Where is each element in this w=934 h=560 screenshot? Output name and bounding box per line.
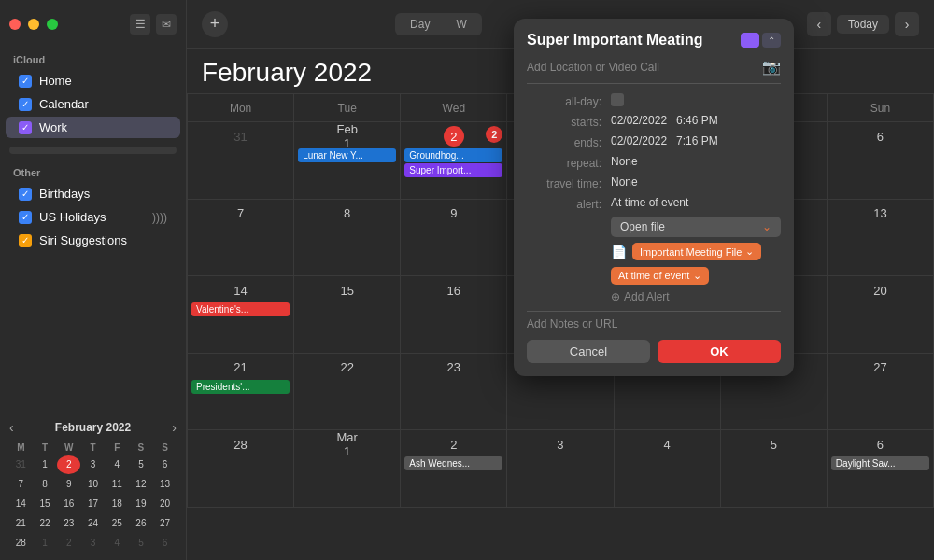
mini-cal-day[interactable]: 13 (153, 475, 177, 494)
event-pill[interactable]: Ash Wednes... (404, 456, 502, 470)
sidebar-item-siri-suggestions[interactable]: ✓ Siri Suggestions (6, 230, 180, 251)
mini-cal-day[interactable]: 1 (34, 534, 57, 553)
mini-cal-day[interactable]: 19 (130, 495, 153, 513)
mini-cal-day[interactable]: 23 (57, 514, 80, 533)
add-alert-link[interactable]: ⊕ Add Alert (611, 290, 781, 303)
mini-cal-day[interactable]: 22 (34, 514, 57, 533)
table-row[interactable]: 21 Presidents'... (188, 354, 294, 431)
mini-cal-day[interactable]: 2 (57, 534, 80, 553)
open-file-dropdown[interactable]: Open file ⌄ (611, 217, 781, 237)
table-row[interactable]: 5 (721, 430, 828, 508)
mini-cal-day[interactable]: 15 (34, 495, 57, 513)
mini-cal-day[interactable]: 28 (9, 534, 33, 553)
table-row[interactable]: 7 (188, 200, 294, 277)
mini-cal-day[interactable]: 20 (153, 495, 177, 513)
sidebar-item-work[interactable]: ✓ Work (6, 117, 180, 138)
table-row[interactable]: 27 (828, 354, 934, 431)
mini-cal-day[interactable]: 8 (34, 475, 57, 494)
calendar-checkbox[interactable]: ✓ (19, 98, 32, 111)
sidebar-item-home[interactable]: ✓ Home (6, 70, 180, 91)
birthdays-checkbox[interactable]: ✓ (19, 188, 32, 201)
sidebar-toggle-icon[interactable]: ☰ (130, 14, 150, 35)
add-event-button[interactable]: + (202, 11, 228, 37)
table-row[interactable]: Feb 1 Lunar New Y... (294, 122, 401, 200)
table-row[interactable]: 14 Valentine's... (188, 276, 294, 354)
mini-cal-day[interactable]: 4 (106, 534, 129, 553)
us-holidays-checkbox[interactable]: ✓ (19, 211, 32, 224)
table-row[interactable]: 13 (828, 200, 934, 277)
file-name-dropdown[interactable]: Important Meeting File ⌄ (632, 243, 761, 260)
table-row[interactable]: 16 (401, 276, 507, 354)
table-row[interactable]: 2 Ash Wednes... (401, 430, 507, 508)
sidebar-item-calendar[interactable]: ✓ Calendar (6, 93, 180, 115)
mini-cal-day[interactable]: 9 (57, 475, 80, 494)
nav-next-button[interactable]: › (895, 12, 919, 36)
table-row[interactable]: 15 (294, 276, 401, 354)
table-row[interactable]: 6 (828, 122, 934, 200)
mini-cal-day[interactable]: 18 (106, 495, 129, 513)
mini-cal-day[interactable]: 31 (9, 455, 33, 474)
video-call-icon[interactable]: 📷 (762, 58, 781, 76)
nav-prev-button[interactable]: ‹ (807, 12, 831, 36)
mini-cal-day[interactable]: 3 (81, 455, 105, 474)
mini-cal-day[interactable]: 4 (106, 455, 129, 474)
repeat-value[interactable]: None (611, 155, 781, 168)
home-checkbox[interactable]: ✓ (19, 75, 32, 88)
table-row[interactable]: 22 (294, 354, 401, 431)
mini-cal-day[interactable]: 14 (9, 495, 33, 513)
mini-cal-day[interactable]: 10 (81, 475, 105, 494)
mini-cal-next-button[interactable]: › (172, 420, 177, 435)
event-pill-super-important[interactable]: Super Import... (404, 163, 502, 177)
mini-cal-day[interactable]: 6 (153, 455, 177, 474)
tab-week[interactable]: W (443, 15, 479, 34)
ok-button[interactable]: OK (658, 340, 781, 363)
location-placeholder[interactable]: Add Location or Video Call (527, 61, 659, 74)
table-row[interactable]: 28 (188, 430, 294, 508)
tab-day[interactable]: Day (397, 15, 443, 34)
cancel-button[interactable]: Cancel (527, 340, 650, 363)
mini-cal-day[interactable]: 3 (81, 534, 105, 553)
popup-color-button[interactable] (741, 33, 759, 48)
table-row[interactable]: 3 (507, 430, 614, 508)
table-row[interactable]: Mar 1 (294, 430, 401, 508)
mini-cal-day[interactable]: 27 (153, 514, 177, 533)
maximize-button[interactable] (47, 19, 58, 30)
table-row[interactable]: 4 (615, 430, 721, 508)
mini-cal-day[interactable]: 11 (106, 475, 129, 494)
mini-cal-day[interactable]: 6 (153, 534, 177, 553)
event-pill[interactable]: Daylight Sav... (831, 456, 929, 470)
table-row[interactable]: 8 (294, 200, 401, 277)
travel-value[interactable]: None (611, 175, 781, 189)
mini-cal-day[interactable]: 26 (130, 514, 153, 533)
ends-time[interactable]: 7:16 PM (676, 134, 718, 147)
close-button[interactable] (9, 19, 21, 30)
at-time-dropdown[interactable]: At time of event ⌄ (611, 267, 709, 285)
mini-cal-day[interactable]: 5 (130, 534, 153, 553)
allday-checkbox[interactable] (611, 93, 624, 106)
mini-cal-day[interactable]: 1 (34, 455, 57, 474)
mini-cal-day[interactable]: 17 (81, 495, 105, 513)
table-row[interactable]: 6 Daylight Sav... (828, 430, 934, 508)
popup-notes[interactable]: Add Notes or URL (527, 311, 781, 330)
mini-cal-day[interactable]: 5 (130, 455, 153, 474)
starts-time[interactable]: 6:46 PM (676, 114, 718, 127)
sidebar-item-us-holidays[interactable]: ✓ US Holidays )))) (6, 206, 180, 228)
mini-cal-today[interactable]: 2 (57, 455, 80, 474)
sidebar-item-birthdays[interactable]: ✓ Birthdays (6, 183, 180, 204)
table-row[interactable]: 2 Groundhog... Super Import... 2 (401, 122, 507, 200)
table-row[interactable]: 9 (401, 200, 507, 277)
today-button[interactable]: Today (837, 15, 889, 34)
event-pill[interactable]: Lunar New Y... (298, 148, 396, 162)
minimize-button[interactable] (28, 19, 39, 30)
mini-cal-day[interactable]: 12 (130, 475, 153, 494)
mini-cal-prev-button[interactable]: ‹ (9, 420, 14, 435)
event-pill[interactable]: Valentine's... (191, 302, 290, 316)
mini-cal-day[interactable]: 25 (106, 514, 129, 533)
mini-cal-day[interactable]: 7 (9, 475, 33, 494)
starts-date[interactable]: 02/02/2022 (611, 114, 667, 127)
siri-checkbox[interactable]: ✓ (19, 234, 32, 247)
popup-expand-button[interactable]: ⌃ (762, 33, 781, 48)
table-row[interactable]: 23 (401, 354, 507, 431)
table-row[interactable]: 31 (188, 122, 294, 200)
mini-cal-day[interactable]: 16 (57, 495, 80, 513)
